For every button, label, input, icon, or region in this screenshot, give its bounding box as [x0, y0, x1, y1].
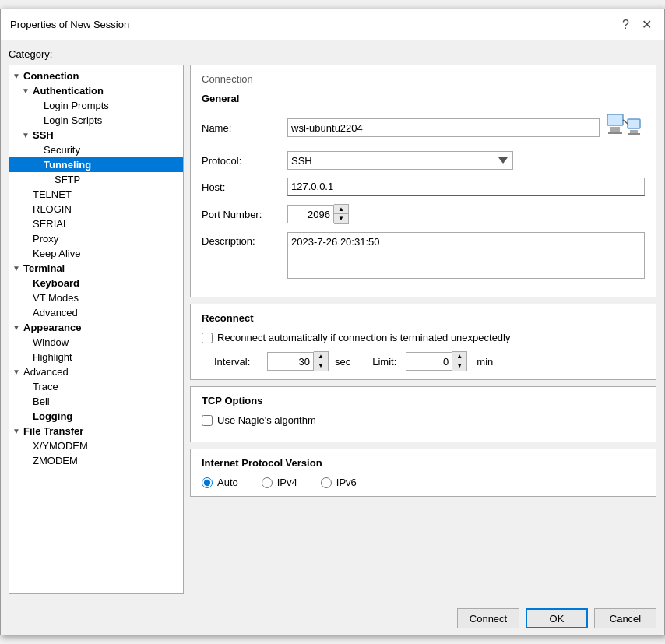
tree-item-tunneling[interactable]: Tunneling — [9, 157, 183, 172]
ip-section: Internet Protocol Version Auto IPv4 I — [190, 449, 656, 497]
cancel-button[interactable]: Cancel — [594, 608, 656, 628]
desc-textarea[interactable] — [287, 232, 645, 279]
tree-label-advanced: Advanced — [33, 307, 78, 318]
tree-item-keyboard[interactable]: Keyboard — [9, 276, 183, 290]
category-label: Category: — [9, 48, 656, 60]
limit-down-button[interactable]: ▼ — [452, 361, 466, 371]
host-input[interactable] — [287, 178, 645, 196]
tree-item-login-scripts[interactable]: Login Scripts — [9, 113, 183, 128]
host-row: Host: — [202, 178, 645, 196]
tree-label-authentication: Authentication — [33, 85, 104, 97]
tree-item-trace[interactable]: Trace — [9, 379, 183, 394]
nagle-label: Use Nagle's algorithm — [217, 414, 316, 426]
tree-label-bell: Bell — [33, 396, 50, 407]
tree-item-advanced2[interactable]: ▼Advanced — [9, 364, 183, 379]
name-input[interactable] — [287, 118, 600, 137]
desc-row: Description: — [202, 232, 645, 281]
expander-connection: ▼ — [12, 72, 23, 80]
tree-label-proxy: Proxy — [33, 233, 58, 245]
dialog-title: Properties of New Session — [10, 19, 129, 30]
connect-button[interactable]: Connect — [457, 608, 519, 628]
interval-up-button[interactable]: ▲ — [314, 352, 328, 361]
name-row: Name: — [202, 112, 645, 143]
svg-rect-3 — [628, 119, 640, 128]
tree-item-xymodem[interactable]: X/YMODEM — [9, 438, 183, 453]
port-row: Port Number: ▲ ▼ — [202, 204, 645, 224]
limit-up-button[interactable]: ▲ — [452, 352, 466, 361]
radio-auto-input[interactable] — [202, 477, 213, 488]
right-panel: Connection General Name: — [190, 65, 656, 594]
desc-textarea-wrapper — [287, 232, 645, 281]
tree-label-logging: Logging — [33, 410, 72, 422]
ok-button[interactable]: OK — [526, 608, 588, 628]
port-spinner: ▲ ▼ — [287, 204, 349, 224]
main-area: ▼Connection▼AuthenticationLogin PromptsL… — [9, 65, 656, 594]
ip-heading: Internet Protocol Version — [202, 457, 645, 469]
tree-label-security: Security — [44, 144, 80, 156]
dialog-body: Category: ▼Connection▼AuthenticationLogi… — [1, 40, 664, 602]
limit-spinner: ▲ ▼ — [406, 351, 467, 371]
tree-item-zmodem[interactable]: ZMODEM — [9, 453, 183, 468]
tree-item-rlogin[interactable]: RLOGIN — [9, 202, 183, 216]
tree-label-appearance: Appearance — [23, 322, 81, 333]
port-up-button[interactable]: ▲ — [334, 205, 348, 214]
radio-ipv4-label: IPv4 — [277, 477, 297, 488]
reconnect-checkbox[interactable] — [202, 333, 213, 343]
tree-item-appearance[interactable]: ▼Appearance — [9, 320, 183, 335]
port-spinner-buttons: ▲ ▼ — [334, 204, 349, 224]
tree-label-file-transfer: File Transfer — [23, 425, 83, 437]
limit-input[interactable] — [406, 352, 452, 371]
tree-item-login-prompts[interactable]: Login Prompts — [9, 98, 183, 113]
tree-item-file-transfer[interactable]: ▼File Transfer — [9, 424, 183, 438]
reconnect-checkbox-label: Reconnect automatically if connection is… — [217, 332, 511, 343]
tree-item-telnet[interactable]: TELNET — [9, 187, 183, 202]
radio-ipv4-input[interactable] — [262, 477, 273, 488]
tree-item-keep-alive[interactable]: Keep Alive — [9, 246, 183, 261]
tree-item-highlight[interactable]: Highlight — [9, 350, 183, 364]
port-down-button[interactable]: ▼ — [334, 214, 348, 223]
close-button[interactable]: ✕ — [639, 16, 655, 33]
tree-label-telnet: TELNET — [33, 188, 72, 200]
general-heading: General — [202, 93, 645, 104]
min-label: min — [477, 356, 493, 368]
tree-label-sftp: SFTP — [55, 174, 80, 185]
tree-item-connection[interactable]: ▼Connection — [9, 69, 183, 83]
help-button[interactable]: ? — [619, 16, 632, 33]
tree-label-advanced2: Advanced — [23, 366, 69, 378]
limit-spinner-buttons: ▲ ▼ — [452, 351, 467, 371]
tree-item-sftp[interactable]: SFTP — [9, 172, 183, 187]
general-section: Connection General Name: — [190, 65, 656, 297]
title-bar: Properties of New Session ? ✕ — [1, 9, 664, 40]
nagle-checkbox[interactable] — [202, 415, 213, 426]
tree-item-vt-modes[interactable]: VT Modes — [9, 290, 183, 305]
expander-terminal: ▼ — [12, 264, 23, 273]
tree-label-tunneling: Tunneling — [44, 159, 91, 171]
radio-ipv6-input[interactable] — [321, 477, 332, 488]
host-control-area — [287, 178, 645, 196]
tree-label-login-scripts: Login Scripts — [44, 114, 102, 126]
interval-spinner: ▲ ▼ — [267, 351, 329, 371]
desc-label: Description: — [202, 232, 287, 247]
radio-ipv4: IPv4 — [262, 477, 297, 488]
tree-item-security[interactable]: Security — [9, 143, 183, 157]
tree-item-advanced[interactable]: Advanced — [9, 305, 183, 320]
protocol-select[interactable]: SSH TELNET RLOGIN SERIAL — [287, 151, 513, 170]
tree-item-authentication[interactable]: ▼Authentication — [9, 83, 183, 98]
svg-line-6 — [623, 120, 628, 124]
port-input[interactable] — [287, 205, 334, 223]
tree-label-zmodem: ZMODEM — [33, 455, 78, 466]
tree-item-bell[interactable]: Bell — [9, 394, 183, 409]
expander-ssh: ▼ — [22, 131, 33, 139]
svg-rect-0 — [607, 114, 623, 125]
ip-radio-group: Auto IPv4 IPv6 — [202, 477, 645, 488]
interval-input[interactable] — [267, 352, 314, 371]
radio-ipv6: IPv6 — [321, 477, 357, 488]
tree-item-ssh[interactable]: ▼SSH — [9, 128, 183, 143]
tree-item-serial[interactable]: SERIAL — [9, 216, 183, 231]
interval-down-button[interactable]: ▼ — [314, 361, 328, 371]
tree-item-window[interactable]: Window — [9, 335, 183, 350]
tree-item-logging[interactable]: Logging — [9, 409, 183, 424]
tree-item-terminal[interactable]: ▼Terminal — [9, 261, 183, 276]
tree-label-serial: SERIAL — [33, 218, 69, 230]
tree-item-proxy[interactable]: Proxy — [9, 231, 183, 246]
